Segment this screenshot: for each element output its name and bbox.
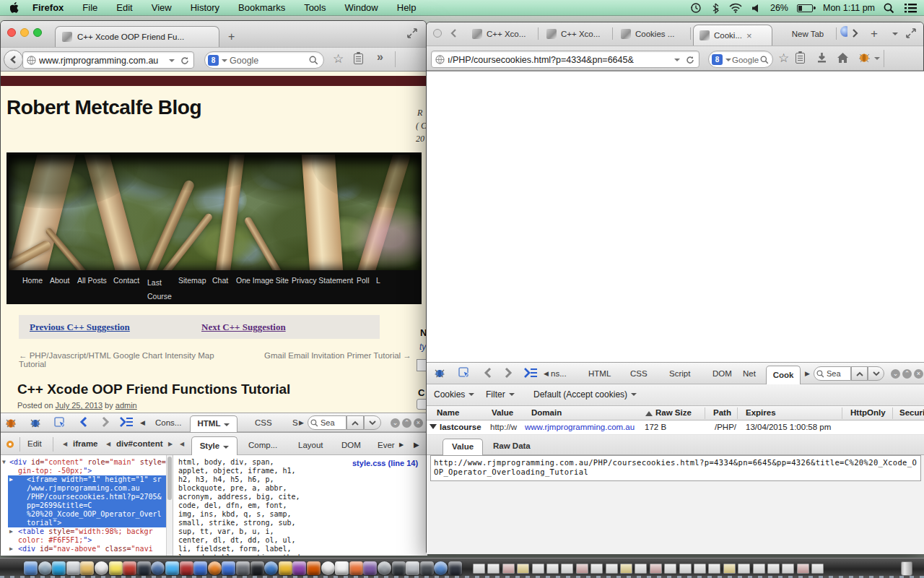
css-selector-line[interactable]: html, body, div, span, [178,458,344,467]
dock-minimized-window[interactable] [664,564,676,574]
new-tab-button[interactable]: + [871,27,878,41]
tab-cooki-[interactable]: Cooki...× [693,25,772,46]
fb-detach-icon[interactable]: ⌃ [902,369,912,379]
html-tree-line[interactable]: /PHP/coursecookies.html?p=2705& [8,493,166,501]
dock-app-icon[interactable] [434,561,448,575]
css-selector-line[interactable]: legend, table, caption, tbody, [178,553,344,556]
bookmark-star-icon[interactable]: ☆ [778,51,789,66]
accept-cookies-dropdown[interactable]: Default (Accept cookies) [533,389,637,400]
search-placeholder[interactable]: Google [732,56,759,64]
fullscreen-icon[interactable] [906,28,916,38]
fb-tab-dom[interactable]: DOM [712,369,732,378]
dock-app-icon[interactable] [52,561,66,575]
blog-nav-all-posts[interactable]: All Posts [77,276,107,285]
html-tree-line[interactable]: /www.rjmprogramming.com.au [8,484,166,493]
crumb-arrow[interactable]: ◀ [63,441,67,447]
css-selector-line[interactable]: acronym, address, big, cite, [178,493,344,501]
search-next-button[interactable] [868,366,884,381]
fb-tab-net[interactable]: Net [743,369,756,378]
dock[interactable] [0,558,924,578]
dock-app-icon[interactable] [208,561,222,575]
cookie-row[interactable]: lastcourse http://w www.rjmprogramming.c… [427,420,924,435]
dock-app-icon[interactable] [349,561,363,575]
dock-minimized-window[interactable] [546,564,559,574]
search-prev-button[interactable] [851,366,868,381]
tab-close-icon[interactable]: × [746,30,752,41]
menu-item-tools[interactable]: Tools [304,2,326,13]
tab-scroll-right-icon[interactable] [851,28,859,38]
fb-minimize-icon[interactable]: ⌄ [891,369,900,379]
dock-app-icon[interactable] [420,561,434,575]
google-icon[interactable]: 8 [208,55,219,66]
blog-nav-chat[interactable]: Chat [212,276,228,285]
dock-app-icon[interactable] [180,561,193,575]
css-selector-line[interactable]: center, dl, dt, dd, ol, ul, [178,536,344,545]
dock-app-icon[interactable] [264,561,278,575]
url-text[interactable]: ı/PHP/coursecookies.html?p=4334&pn=6645& [448,55,671,65]
firebug-dropdown-icon[interactable] [874,57,880,60]
bluetooth-icon[interactable] [712,3,719,14]
dock-app-icon[interactable] [292,561,306,575]
dock-app-icon[interactable] [406,561,419,575]
blog-nav-poll[interactable]: Poll [357,276,370,285]
url-bar[interactable]: ı/PHP/coursecookies.html?p=4334&pn=6645& [431,51,699,68]
nav-back-icon[interactable] [483,367,493,379]
dock-app-icon[interactable] [165,561,179,575]
col-header-path[interactable]: Path [713,408,731,417]
dock-minimized-window[interactable] [532,564,544,574]
dock-app-icon[interactable] [24,561,38,575]
fb-close-icon[interactable]: × [414,418,423,428]
zoom-button[interactable] [33,28,42,37]
reload-icon[interactable] [180,56,189,65]
downloads-icon[interactable] [816,52,827,64]
html-tree-line[interactable]: %20%20_Xcode_OOP_Operator_Overl [8,510,166,519]
apple-menu-icon[interactable] [10,2,19,13]
html-tree-line[interactable]: ▶<table style="width:98%; backgr [1,527,166,536]
col-header-name[interactable]: Name [437,408,459,417]
dock-app-icon[interactable] [335,561,349,575]
fb-edit-button[interactable]: Edit [27,439,42,448]
right-titlebar[interactable]: C++ Xco...C++ Xco...Cookies ...Cooki...×… [427,22,923,46]
menu-item-firefox[interactable]: Firefox [32,2,64,13]
dock-app-icon[interactable] [363,561,377,575]
fb-minimize-icon[interactable]: ⌄ [391,418,400,428]
close-button-inactive[interactable] [433,29,442,38]
crumb-arrow-right[interactable]: ▶ [168,441,173,447]
notification-center-icon[interactable] [905,4,917,13]
dock-app-icon[interactable] [109,561,123,575]
dock-app-icon[interactable] [137,561,151,575]
tab-list-dropdown-icon[interactable] [892,33,898,35]
side-tab-scroll-right[interactable]: ▶ [414,441,419,449]
dock-minimized-window[interactable] [767,564,780,574]
dock-minimized-window[interactable] [473,564,485,574]
dock-minimized-window[interactable] [708,564,720,574]
dock-app-icon[interactable] [123,561,136,575]
html-pane-scrollbar[interactable] [166,455,173,556]
blog-nav-last-course[interactable]: Last Course [147,276,180,303]
tab-scroll-left-icon[interactable] [450,28,458,38]
bug-icon[interactable] [30,418,41,428]
fb-tab-css[interactable]: CSS [255,418,272,427]
breadcrumb-div-content[interactable]: div#content [116,439,163,448]
dock-minimized-window[interactable] [738,564,750,574]
url-bar[interactable]: www.rjmprogramming.com.au [22,51,194,69]
menu-item-window[interactable]: Window [345,2,378,13]
search-engine-dropdown-icon[interactable] [725,59,731,61]
previous-suggestion-link[interactable]: Previous C++ Suggestion [30,322,130,333]
filter-dropdown[interactable]: Filter [486,389,515,400]
fb-search-right[interactable]: Sea [814,366,851,381]
html-tree-line[interactable]: gin-top: -50px;"> [1,467,166,475]
fb-detach-icon[interactable]: ⌃ [402,418,411,428]
site-title[interactable]: Robert Metcalfe Blog [6,96,201,119]
fb-tab-layout[interactable]: Layout [298,441,323,449]
detail-tab-value[interactable]: Value [443,439,483,455]
search-next-button[interactable] [364,415,381,430]
spotlight-icon[interactable] [884,3,894,14]
css-selector-line[interactable]: img, ins, kbd, q, s, samp, [178,510,344,519]
css-file-link[interactable]: style.css (line 14) [352,459,418,467]
google-icon[interactable]: 8 [712,54,723,65]
dock-minimized-window[interactable] [590,564,603,574]
new-tab-button[interactable]: + [228,30,235,43]
blog-nav-sitemap[interactable]: Sitemap [178,276,206,285]
search-icon[interactable] [309,56,318,65]
